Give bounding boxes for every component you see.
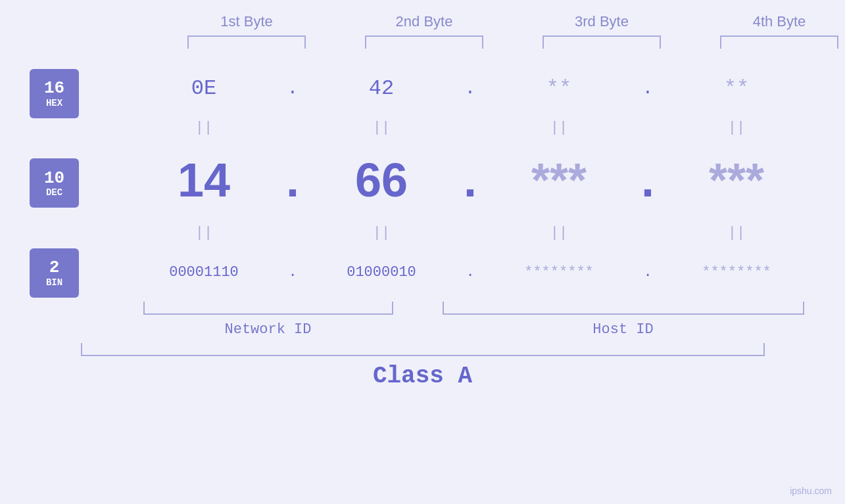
- dec-val-2: 66: [316, 153, 447, 207]
- byte-label-3: 3rd Byte: [513, 13, 690, 30]
- top-bracket-4: [690, 35, 845, 49]
- network-bracket: [143, 302, 393, 315]
- dec-val-1: 14: [138, 153, 270, 207]
- dec-val-3: ***: [493, 153, 625, 207]
- bin-dot-1: .: [270, 264, 316, 281]
- sep-row-1: || || || ||: [95, 114, 845, 141]
- bytes-area: 0E . 42 . ** . **: [95, 62, 845, 298]
- network-id-label: Network ID: [224, 321, 311, 338]
- bottom-brackets-section: Network ID Host ID: [43, 302, 845, 338]
- bin-val-4: ********: [671, 264, 802, 281]
- top-bracket-1: [158, 35, 335, 49]
- sep2-4: ||: [671, 225, 802, 241]
- dec-badge-label: DEC: [46, 187, 62, 198]
- dec-badge: 10 DEC: [30, 158, 79, 208]
- class-line-area: Class A: [0, 343, 845, 390]
- hex-dot-3: .: [625, 78, 671, 99]
- bin-val-2: 01000010: [316, 264, 447, 281]
- sep2-1: ||: [138, 225, 270, 241]
- bin-dot-3: .: [625, 264, 671, 281]
- bin-badge-number: 2: [49, 258, 60, 277]
- bin-badge-label: BIN: [46, 277, 62, 288]
- sep-row-2: || || || ||: [95, 219, 845, 246]
- hex-badge-label: HEX: [46, 98, 62, 108]
- hex-badge: 16 HEX: [30, 69, 79, 118]
- main-grid: 16 HEX 10 DEC 2 BIN 0E .: [0, 62, 845, 298]
- dec-badge-number: 10: [44, 169, 64, 188]
- sep1-1: ||: [138, 120, 270, 136]
- hex-val-3: **: [493, 76, 625, 101]
- main-container: 1st Byte 2nd Byte 3rd Byte 4th Byte 16 H…: [0, 0, 845, 504]
- top-bracket-3: [513, 35, 690, 49]
- dec-val-4: ***: [671, 153, 802, 207]
- bin-badge: 2 BIN: [30, 248, 79, 298]
- top-bracket-2: [335, 35, 513, 49]
- byte-label-4: 4th Byte: [690, 13, 845, 30]
- dec-row: 14 . 66 . *** . ***: [95, 141, 845, 219]
- dec-dot-3: .: [625, 153, 671, 207]
- byte-labels-row: 1st Byte 2nd Byte 3rd Byte 4th Byte: [43, 13, 845, 30]
- watermark: ipshu.com: [790, 486, 832, 496]
- bin-val-1: 00001110: [138, 264, 270, 281]
- byte-label-1: 1st Byte: [158, 13, 335, 30]
- hex-val-2: 42: [316, 76, 447, 101]
- host-bracket: [443, 302, 804, 315]
- top-brackets-row: [43, 35, 845, 49]
- sep1-2: ||: [316, 120, 447, 136]
- dec-dot-1: .: [270, 153, 316, 207]
- hex-badge-number: 16: [44, 79, 64, 98]
- sep2-3: ||: [493, 225, 625, 241]
- hex-dot-2: .: [447, 78, 493, 99]
- bin-val-3: ********: [493, 264, 625, 281]
- bottom-inner: Network ID Host ID: [110, 302, 821, 338]
- dec-dot-2: .: [447, 153, 493, 207]
- host-id-area: Host ID: [426, 302, 821, 338]
- class-bracket: [81, 343, 765, 356]
- byte-label-2: 2nd Byte: [335, 13, 513, 30]
- bin-row: 00001110 . 01000010 . ******** .: [95, 246, 845, 298]
- host-id-label: Host ID: [592, 321, 653, 338]
- hex-val-4: **: [671, 76, 802, 101]
- class-label: Class A: [373, 363, 472, 390]
- sep2-2: ||: [316, 225, 447, 241]
- hex-dot-1: .: [270, 78, 316, 99]
- sep1-4: ||: [671, 120, 802, 136]
- sep1-3: ||: [493, 120, 625, 136]
- hex-val-1: 0E: [138, 76, 270, 101]
- network-id-area: Network ID: [110, 302, 426, 338]
- hex-row: 0E . 42 . ** . **: [95, 62, 845, 114]
- badges-column: 16 HEX 10 DEC 2 BIN: [0, 62, 95, 298]
- bin-dot-2: .: [447, 264, 493, 281]
